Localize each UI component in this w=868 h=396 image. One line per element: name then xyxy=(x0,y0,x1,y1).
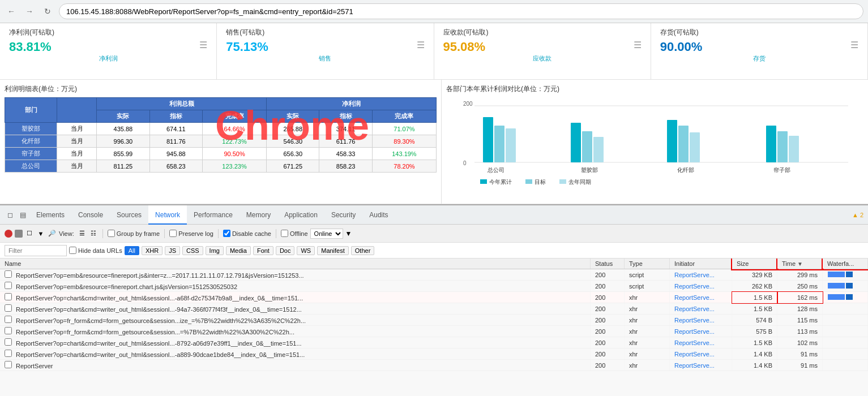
svg-rect-16 xyxy=(766,126,776,162)
network-table-container[interactable]: Name Status Type Initiator Size Time ▼ W… xyxy=(0,259,868,396)
filter-js[interactable]: JS xyxy=(165,246,180,255)
cell-pa-1: 996.30 xyxy=(97,135,149,148)
row-checkbox[interactable] xyxy=(5,304,12,312)
group-by-frame-check[interactable] xyxy=(108,230,115,237)
row-checkbox[interactable] xyxy=(5,350,12,357)
tab-elements[interactable]: Elements xyxy=(29,205,71,225)
col-header-time[interactable]: Time ▼ xyxy=(777,259,823,269)
cell-nt-1: 611.76 xyxy=(319,135,372,148)
card-inventory[interactable]: 存货(可钻取) ☰ 90.00% 存货 xyxy=(651,23,868,79)
tab-sources[interactable]: Sources xyxy=(110,205,148,225)
cell-initiator[interactable]: ReportServe... xyxy=(670,337,732,348)
tab-console[interactable]: Console xyxy=(71,205,110,225)
filter-img[interactable]: Img xyxy=(206,246,224,255)
tab-performance[interactable]: Performance xyxy=(187,205,240,225)
row-checkbox[interactable] xyxy=(5,293,12,300)
card-menu-icon[interactable]: ☰ xyxy=(199,40,207,50)
col-profit-rate: 完成率 xyxy=(203,110,267,123)
row-checkbox[interactable] xyxy=(5,316,12,323)
grid-view-btn[interactable]: ☷ xyxy=(89,229,98,238)
row-checkbox[interactable] xyxy=(5,327,12,334)
filter-toggle[interactable]: ▼ xyxy=(36,229,45,238)
forward-button[interactable]: → xyxy=(23,5,36,18)
disable-cache-check[interactable] xyxy=(223,230,230,237)
filter-media[interactable]: Media xyxy=(226,246,251,255)
cell-pr-3: 123.23% xyxy=(203,160,267,173)
cell-waterfall xyxy=(823,292,868,303)
row-checkbox[interactable] xyxy=(5,270,12,278)
stop-button[interactable] xyxy=(15,230,23,238)
cell-name: ReportServer?op=emb&resource=finereport.… xyxy=(0,281,591,292)
cell-type: xhr xyxy=(625,360,670,371)
table-row: 帘子部 当月 855.99 945.88 90.50% 656.30 458.3… xyxy=(5,148,437,160)
col-header-name[interactable]: Name xyxy=(0,259,591,269)
col-header-status[interactable]: Status xyxy=(591,259,625,269)
svg-rect-20 xyxy=(480,179,487,184)
card-receivables[interactable]: 应收款(可钻取) ☰ 95.08% 应收款 xyxy=(434,23,651,79)
col-header-initiator[interactable]: Initiator xyxy=(670,259,732,269)
cell-initiator[interactable]: ReportServe... xyxy=(670,315,732,326)
filter-doc[interactable]: Doc xyxy=(276,246,295,255)
tab-network[interactable]: Network xyxy=(148,205,187,225)
filter-font[interactable]: Font xyxy=(253,246,273,255)
filter-input[interactable] xyxy=(5,245,67,256)
cell-nr-2: 143.19% xyxy=(372,148,436,160)
tab-memory[interactable]: Memory xyxy=(240,205,277,225)
toolbar-separator-3 xyxy=(218,229,219,238)
throttle-select[interactable]: Online xyxy=(310,229,343,239)
table-row: 总公司 当月 811.25 658.23 123.23% 671.25 858.… xyxy=(5,160,437,173)
cell-initiator[interactable]: ReportServe... xyxy=(670,360,732,371)
devtools-icon-1[interactable]: ◻ xyxy=(5,209,16,221)
bar-chart: 200 0 总公司 塑胶部 xyxy=(446,97,854,185)
cell-type: xhr xyxy=(625,315,670,326)
col-header-waterfall[interactable]: Waterfa... xyxy=(823,259,868,269)
row-checkbox[interactable] xyxy=(5,361,12,368)
cell-nr-1: 89.30% xyxy=(372,135,436,148)
search-button[interactable]: 🔎 xyxy=(48,229,57,238)
cell-initiator[interactable]: ReportServe... xyxy=(670,348,732,360)
clear-button[interactable]: ☐ xyxy=(25,229,34,238)
refresh-button[interactable]: ↻ xyxy=(41,5,54,18)
col-header-type[interactable]: Type xyxy=(625,259,670,269)
filter-other[interactable]: Other xyxy=(351,246,375,255)
card-sales-menu-icon[interactable]: ☰ xyxy=(417,40,425,50)
preserve-log-label[interactable]: Preserve log xyxy=(169,230,213,237)
filter-manifest[interactable]: Manifest xyxy=(317,246,349,255)
cell-name: ReportServer?op=chart&cmd=writer_out_htm… xyxy=(0,303,591,315)
card-sales[interactable]: 销售(可钻取) ☰ 75.13% 销售 xyxy=(217,23,434,79)
record-button[interactable] xyxy=(5,230,12,238)
tab-audits[interactable]: Audits xyxy=(362,205,395,225)
preserve-log-check[interactable] xyxy=(169,230,177,237)
filter-ws[interactable]: WS xyxy=(297,246,315,255)
hide-data-urls-check[interactable] xyxy=(69,247,76,254)
card-receivables-menu-icon[interactable]: ☰ xyxy=(634,40,642,50)
offline-label[interactable]: Offline xyxy=(281,230,308,237)
cell-initiator[interactable]: ReportServe... xyxy=(670,303,732,315)
filter-all[interactable]: All xyxy=(125,246,139,255)
row-checkbox[interactable] xyxy=(5,282,12,289)
cell-initiator[interactable]: ReportServe... xyxy=(670,292,732,303)
disable-cache-label[interactable]: Disable cache xyxy=(223,230,271,237)
card-inventory-menu-icon[interactable]: ☰ xyxy=(850,40,858,50)
cell-name: ReportServer?op=chart&cmd=writer_out_htm… xyxy=(0,348,591,360)
tab-application[interactable]: Application xyxy=(277,205,324,225)
filter-xhr[interactable]: XHR xyxy=(142,246,163,255)
filter-css[interactable]: CSS xyxy=(182,246,203,255)
group-by-frame-label[interactable]: Group by frame xyxy=(108,230,160,237)
list-view-btn[interactable]: ☰ xyxy=(78,229,87,238)
address-bar[interactable] xyxy=(59,3,863,19)
devtools-icon-2[interactable]: ▤ xyxy=(17,209,28,221)
cell-initiator[interactable]: ReportServe... xyxy=(670,326,732,337)
tab-security[interactable]: Security xyxy=(324,205,362,225)
back-button[interactable]: ← xyxy=(5,5,18,18)
col-header-net: 净利润 xyxy=(267,98,437,110)
row-checkbox[interactable] xyxy=(5,338,12,346)
card-net-profit[interactable]: 净利润(可钻取) ☰ 83.81% 净利润 xyxy=(0,23,217,79)
hide-data-urls-label[interactable]: Hide data URLs xyxy=(69,247,122,254)
cell-initiator[interactable]: ReportServe... xyxy=(670,281,732,292)
cell-initiator[interactable]: ReportServe... xyxy=(670,269,732,281)
offline-check[interactable] xyxy=(281,230,288,237)
cell-time: 250 ms xyxy=(777,281,823,292)
toolbar-separator-4 xyxy=(276,229,276,238)
col-header-size[interactable]: Size xyxy=(732,259,777,269)
